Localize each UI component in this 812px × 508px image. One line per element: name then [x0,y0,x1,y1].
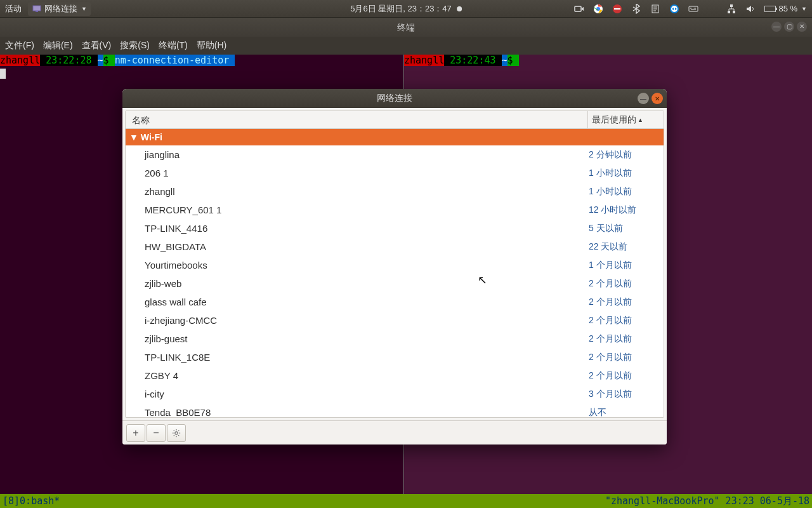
connection-last-used: 1 小时以前 [589,168,658,179]
battery-indicator[interactable]: 85 % ▼ [764,4,807,13]
connection-last-used: 1 个月以前 [589,260,658,271]
notes-icon[interactable] [650,4,660,14]
connection-last-used: 12 小时以前 [589,204,658,216]
connection-row[interactable]: Tenda_BB0E78从不 [126,403,664,417]
connection-list: 名称 最后使用的 ▲ ▼ Wi-Fi jianglina2 分钟以前206 11… [125,110,664,418]
connection-last-used: 2 个月以前 [589,278,658,290]
connection-last-used: 2 个月以前 [589,333,658,345]
connection-row[interactable]: zhangll1 小时以前 [126,182,664,201]
remove-connection-button[interactable]: − [147,424,166,442]
connection-last-used: 22 天以前 [589,241,658,253]
dialog-titlebar: 网络连接 — ✕ [122,89,667,108]
collapse-icon: ▼ [129,132,138,142]
terminal-titlebar: 终端 — ▢ ✕ [0,18,812,37]
prompt-symbol: $ [508,55,519,66]
menu-help[interactable]: 帮助(H) [197,40,226,51]
connection-row[interactable]: i-city3 个月以前 [126,385,664,403]
column-name[interactable]: 名称 [126,111,587,128]
connection-last-used: 5 天以前 [589,223,658,234]
connection-last-used: 2 个月以前 [589,370,658,382]
no-entry-icon[interactable] [612,4,622,14]
maximize-button[interactable]: ▢ [784,22,794,32]
network-connections-dialog: 网络连接 — ✕ 名称 最后使用的 ▲ ▼ Wi-Fi jianglina2 分… [122,89,667,444]
minimize-button[interactable]: — [771,22,782,32]
dialog-close-button[interactable]: ✕ [652,93,663,104]
connection-last-used: 2 个月以前 [589,315,658,326]
connection-row[interactable]: TP-LINK_44165 天以前 [126,219,664,237]
connection-name: zhangll [145,186,589,197]
connection-last-used: 1 小时以前 [589,186,658,197]
tmux-right-status: "zhangll-MacBookPro" 23:23 06-5月-18 [605,495,809,507]
gear-icon [172,429,181,438]
svg-rect-1 [36,11,38,12]
clock[interactable]: 5月6日 星期日, 23：23：47 [350,3,462,15]
network-wired-icon[interactable] [726,4,737,14]
menu-search[interactable]: 搜索(S) [120,40,150,51]
edit-connection-button[interactable] [167,424,186,442]
connection-last-used: 3 个月以前 [589,389,658,400]
prompt-dir: ~ [98,55,103,66]
prompt-symbol: $ [103,55,115,66]
connection-last-used: 2 个月以前 [589,297,658,308]
chevron-down-icon: ▼ [801,6,807,12]
terminal-title: 终端 [397,22,415,32]
prompt-user: zhangll [404,55,444,66]
connection-name: i-zhejiang-CMCC [145,315,589,326]
connection-row[interactable]: zjlib-web2 个月以前 [126,274,664,293]
connection-name: glass wall cafe [145,297,589,307]
connection-name: i-city [145,389,589,399]
svg-rect-0 [33,6,41,11]
keyboard-icon[interactable] [688,4,698,14]
close-button[interactable]: ✕ [797,22,807,32]
connection-row[interactable]: 206 11 小时以前 [126,164,664,182]
dialog-minimize-button[interactable]: — [638,93,649,104]
connection-name: TP-LINK_1C8E [145,352,589,363]
svg-rect-6 [614,8,620,10]
menu-file[interactable]: 文件(F) [5,40,34,51]
add-connection-button[interactable]: + [126,424,145,442]
tmux-window: 0:bash* [20,495,60,507]
activities-button[interactable]: 活动 [5,3,22,15]
connection-name: ZGBY 4 [145,370,589,381]
prompt-user: zhangll [0,55,40,66]
connection-row[interactable]: zjlib-guest2 个月以前 [126,330,664,348]
connection-last-used: 2 分钟以前 [589,149,658,161]
moon-icon[interactable] [707,4,717,14]
connection-name: 206 1 [145,168,589,178]
connection-name: zjlib-web [145,278,589,289]
connection-row[interactable]: MERCURY_601 112 小时以前 [126,201,664,219]
tmux-session: [8] [3,495,20,507]
dialog-toolbar: + − [122,420,667,444]
prompt-time: 23:22:43 [444,55,501,66]
prompt-command: nm-connection-editor [115,55,235,66]
column-last-used[interactable]: 最后使用的 ▲ [587,111,664,128]
connection-row[interactable]: ZGBY 42 个月以前 [126,366,664,385]
volume-icon[interactable] [745,4,756,14]
screencast-icon[interactable] [574,4,584,14]
svg-rect-10 [689,6,698,11]
connection-row[interactable]: Yourtimebooks1 个月以前 [126,256,664,274]
bluetooth-icon[interactable] [631,4,641,14]
connection-row[interactable]: i-zhejiang-CMCC2 个月以前 [126,311,664,330]
teamviewer-icon[interactable] [669,4,679,14]
connection-name: TP-LINK_4416 [145,223,589,234]
menu-terminal[interactable]: 终端(T) [159,40,188,51]
connection-name: zjlib-guest [145,333,589,344]
sort-ascending-icon: ▲ [638,117,643,123]
connection-scroll-area[interactable]: ▼ Wi-Fi jianglina2 分钟以前206 11 小时以前zhangl… [126,129,664,417]
connection-row[interactable]: HW_BIGDATA22 天以前 [126,237,664,256]
connection-row[interactable]: jianglina2 分钟以前 [126,145,664,164]
column-headers: 名称 最后使用的 ▲ [126,111,664,129]
connection-name: Yourtimebooks [145,260,589,271]
menu-edit[interactable]: 编辑(E) [43,40,73,51]
chrome-icon[interactable] [593,4,603,14]
app-indicator[interactable]: 网络连接 ▼ [28,2,91,16]
record-indicator-icon [457,6,462,11]
menu-view[interactable]: 查看(V) [82,40,112,51]
connection-row[interactable]: glass wall cafe2 个月以前 [126,293,664,311]
network-icon [32,4,42,14]
group-wifi[interactable]: ▼ Wi-Fi [126,129,664,145]
connection-name: Tenda_BB0E78 [145,407,589,417]
connection-name: HW_BIGDATA [145,241,589,252]
connection-row[interactable]: TP-LINK_1C8E2 个月以前 [126,348,664,366]
